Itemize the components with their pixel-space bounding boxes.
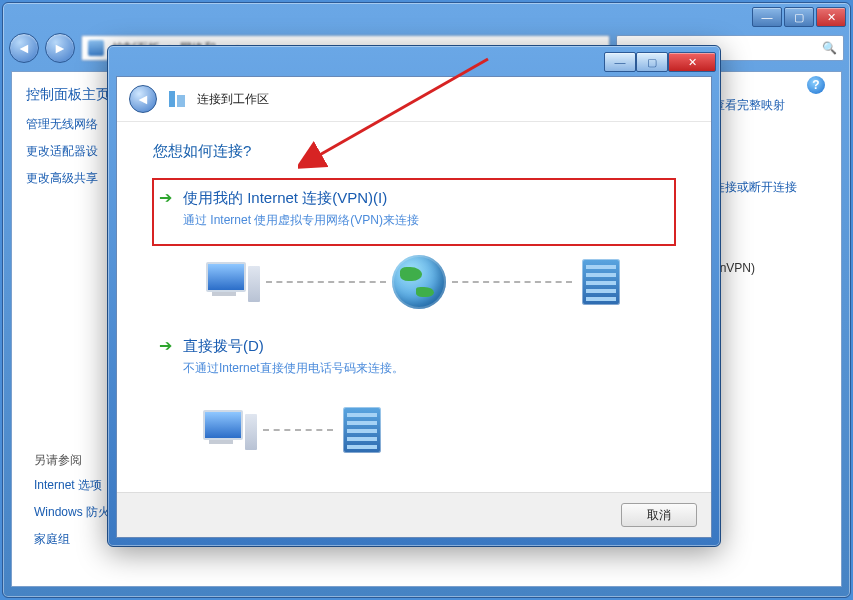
- option-dialup-title: 直接拨号(D): [183, 337, 661, 356]
- right-link-connect[interactable]: 连接或断开连接: [713, 179, 823, 196]
- illustration-dialup: [193, 403, 469, 457]
- option-vpn-title: 使用我的 Internet 连接(VPN)(I): [183, 189, 669, 208]
- dialog-client: ◄ 连接到工作区 您想如何连接? ➔ 使用我的 Internet 连接(VPN)…: [116, 76, 712, 538]
- dialog-maximize-button[interactable]: ▢: [636, 52, 668, 72]
- right-link-vpn: unVPN): [713, 261, 823, 275]
- dialog-titlebar: — ▢ ✕: [108, 46, 720, 76]
- svg-rect-1: [177, 95, 185, 107]
- dash-line: [452, 281, 572, 283]
- arrow-icon: ➔: [159, 191, 173, 205]
- svg-rect-0: [169, 91, 175, 107]
- pc-icon: [201, 406, 257, 454]
- dash-line: [266, 281, 386, 283]
- arrow-icon: ➔: [159, 339, 173, 353]
- close-button[interactable]: ✕: [816, 7, 846, 27]
- option-dialup[interactable]: ➔ 直接拨号(D) 不通过Internet直接使用电话号码来连接。: [153, 327, 675, 393]
- option-dialup-desc: 不通过Internet直接使用电话号码来连接。: [183, 360, 661, 377]
- maximize-button[interactable]: ▢: [784, 7, 814, 27]
- dialog-title: 连接到工作区: [197, 91, 269, 108]
- option-vpn[interactable]: ➔ 使用我的 Internet 连接(VPN)(I) 通过 Internet 使…: [153, 179, 675, 245]
- search-icon: 🔍: [822, 41, 837, 55]
- dialog-button-bar: 取消: [117, 492, 711, 537]
- globe-icon: [392, 255, 446, 309]
- right-link-map[interactable]: 查看完整映射: [713, 97, 823, 114]
- dialog-header: ◄ 连接到工作区: [117, 77, 711, 122]
- dialog-minimize-button[interactable]: —: [604, 52, 636, 72]
- option-vpn-desc: 通过 Internet 使用虚拟专用网络(VPN)来连接: [183, 212, 669, 229]
- back-button[interactable]: ◄: [9, 33, 39, 63]
- server-icon: [578, 255, 624, 309]
- pc-icon: [204, 258, 260, 306]
- dialog-close-button[interactable]: ✕: [668, 52, 716, 72]
- outer-titlebar: — ▢ ✕: [3, 3, 850, 29]
- connect-workplace-dialog: — ▢ ✕ ◄ 连接到工作区 您想如何连接? ➔ 使用我的 Internet 连…: [107, 45, 721, 547]
- help-icon[interactable]: ?: [807, 76, 825, 94]
- dialog-back-button[interactable]: ◄: [129, 85, 157, 113]
- minimize-button[interactable]: —: [752, 7, 782, 27]
- dialog-question: 您想如何连接?: [153, 142, 675, 161]
- address-icon: [88, 40, 104, 56]
- forward-button[interactable]: ►: [45, 33, 75, 63]
- server-icon: [339, 403, 385, 457]
- illustration-vpn: [196, 255, 632, 309]
- workplace-icon: [167, 89, 187, 109]
- dash-line: [263, 429, 333, 431]
- right-column: 查看完整映射 连接或断开连接 unVPN): [713, 97, 823, 340]
- dialog-body: 您想如何连接? ➔ 使用我的 Internet 连接(VPN)(I) 通过 In…: [117, 122, 711, 524]
- cancel-button[interactable]: 取消: [621, 503, 697, 527]
